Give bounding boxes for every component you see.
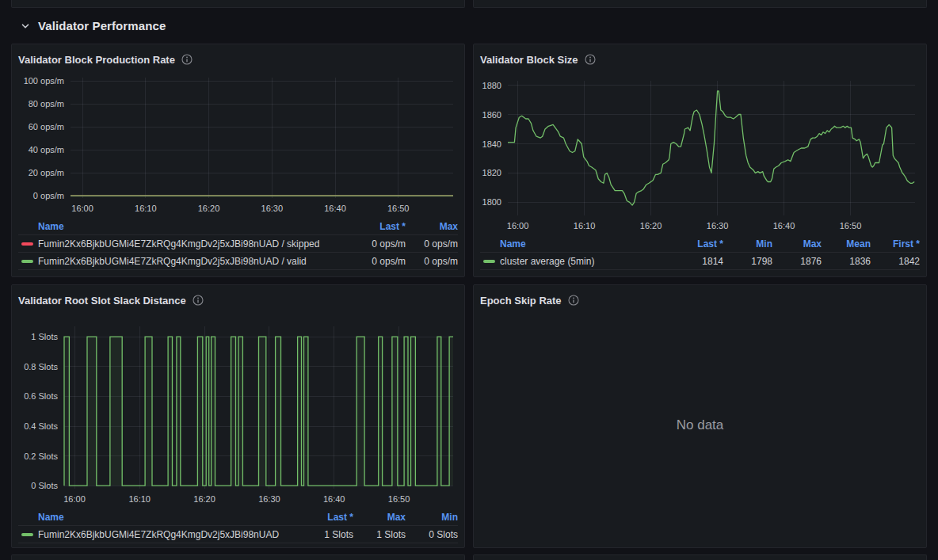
svg-text:1880: 1880: [482, 81, 501, 90]
series-color-marker: [483, 260, 495, 263]
svg-text:16:40: 16:40: [324, 204, 346, 213]
svg-text:20 ops/m: 20 ops/m: [29, 168, 64, 177]
no-data-container: No data: [480, 309, 920, 541]
legend-value: 0 ops/m: [353, 256, 406, 267]
svg-text:16:30: 16:30: [258, 494, 280, 504]
legend-col[interactable]: Max: [353, 512, 406, 523]
legend-col[interactable]: Last *: [353, 221, 406, 232]
series-color-marker: [21, 533, 33, 536]
legend-value: 0 ops/m: [353, 238, 406, 250]
svg-text:16:30: 16:30: [261, 204, 284, 213]
legend-col-name[interactable]: Name: [500, 238, 674, 250]
svg-text:0 ops/m: 0 ops/m: [33, 191, 64, 200]
svg-text:1 Slots: 1 Slots: [31, 332, 58, 341]
svg-text:16:00: 16:00: [507, 221, 529, 230]
svg-text:80 ops/m: 80 ops/m: [29, 99, 64, 109]
legend-value: 1876: [772, 256, 822, 267]
svg-text:40 ops/m: 40 ops/m: [29, 145, 64, 154]
legend-col[interactable]: Max: [772, 238, 822, 250]
legend-value: 0 ops/m: [406, 238, 458, 250]
legend-value: 0 ops/m: [406, 256, 458, 267]
svg-text:16:50: 16:50: [388, 494, 410, 504]
previous-row-panels: [11, 0, 927, 8]
legend-header: NameLast *MaxMin: [18, 509, 458, 526]
svg-text:0.2 Slots: 0.2 Slots: [24, 451, 58, 461]
block-size-chart[interactable]: 1800182018401860188016:0016:1016:2016:30…: [480, 68, 920, 234]
panel-header: Validator Root Slot Slack Distance: [18, 291, 458, 309]
legend-series-name[interactable]: cluster average (5min): [500, 256, 674, 267]
legend-value: 1836: [822, 256, 871, 267]
legend-series-name[interactable]: Fumin2Kx6BjkbUGMi4E7ZkRQg4KmgDv2j5xJBi98…: [38, 256, 353, 267]
svg-text:1860: 1860: [482, 110, 501, 120]
partial-panel-bottom-left: [11, 554, 465, 560]
panel-title[interactable]: Validator Block Production Rate: [18, 54, 175, 66]
slack-distance-chart[interactable]: 0 Slots0.2 Slots0.4 Slots0.6 Slots0.8 Sl…: [18, 309, 458, 508]
panel-header: Validator Block Production Rate: [18, 51, 458, 68]
legend-col-name[interactable]: Name: [38, 512, 301, 523]
panel-header: Validator Block Size: [480, 51, 920, 68]
legend-col-name[interactable]: Name: [38, 221, 353, 232]
legend-row: Fumin2Kx6BjkbUGMi4E7ZkRQg4KmgDv2j5xJBi98…: [18, 235, 458, 253]
legend-header: NameLast *MinMaxMeanFirst *: [480, 236, 920, 253]
block-production-rate-chart[interactable]: 0 ops/m20 ops/m40 ops/m60 ops/m80 ops/m1…: [18, 68, 458, 217]
legend-col[interactable]: Mean: [822, 238, 871, 250]
legend-col[interactable]: Last *: [674, 238, 723, 250]
legend-col[interactable]: Min: [723, 238, 772, 250]
svg-text:16:40: 16:40: [323, 494, 345, 504]
svg-text:16:50: 16:50: [840, 221, 862, 230]
panel-epoch-skip-rate: Epoch Skip Rate No data: [473, 284, 927, 548]
series-color-marker: [21, 260, 33, 263]
svg-text:16:10: 16:10: [574, 221, 596, 230]
svg-text:16:50: 16:50: [387, 204, 410, 213]
block-production-rate-legend: NameLast *MaxFumin2Kx6BjkbUGMi4E7ZkRQg4K…: [18, 219, 458, 270]
legend-value: 1 Slots: [301, 529, 353, 540]
svg-text:100 ops/m: 100 ops/m: [24, 76, 64, 86]
svg-text:16:30: 16:30: [707, 221, 729, 230]
panel-header: Epoch Skip Rate: [480, 291, 920, 309]
legend-value: 1814: [674, 256, 723, 267]
chevron-down-icon: [20, 21, 31, 32]
legend-col[interactable]: Max: [406, 221, 458, 232]
svg-text:0.6 Slots: 0.6 Slots: [24, 391, 58, 401]
legend-value: 1 Slots: [353, 529, 406, 540]
svg-text:0 Slots: 0 Slots: [31, 481, 58, 490]
section-header-validator-performance[interactable]: Validator Performance: [11, 8, 927, 44]
slack-distance-legend: NameLast *MaxMinFumin2Kx6BjkbUGMi4E7ZkRQ…: [18, 509, 458, 543]
next-row-panels: [11, 548, 927, 560]
info-icon[interactable]: [181, 54, 193, 65]
series-color-marker: [21, 242, 33, 246]
legend-header: NameLast *Max: [18, 219, 458, 235]
legend-row: Fumin2Kx6BjkbUGMi4E7ZkRQg4KmgDv2j5xJBi98…: [18, 253, 458, 270]
panel-validator-root-slot-slack-distance: Validator Root Slot Slack Distance 0 Slo…: [11, 284, 465, 548]
legend-col[interactable]: Min: [406, 512, 458, 523]
svg-text:16:00: 16:00: [63, 494, 86, 504]
info-icon[interactable]: [568, 295, 579, 306]
legend-row: Fumin2Kx6BjkbUGMi4E7ZkRQg4KmgDv2j5xJBi98…: [18, 526, 458, 543]
svg-text:1840: 1840: [482, 139, 501, 149]
svg-text:16:10: 16:10: [128, 494, 151, 504]
legend-col[interactable]: First *: [871, 238, 920, 250]
svg-text:60 ops/m: 60 ops/m: [29, 122, 64, 131]
legend-col[interactable]: Last *: [301, 512, 353, 523]
svg-text:0.8 Slots: 0.8 Slots: [24, 362, 58, 371]
svg-text:1800: 1800: [482, 197, 501, 207]
info-icon[interactable]: [585, 54, 596, 65]
partial-panel-top-right: [473, 0, 927, 8]
legend-series-name[interactable]: Fumin2Kx6BjkbUGMi4E7ZkRQg4KmgDv2j5xJBi98…: [38, 238, 353, 250]
legend-value: 1798: [723, 256, 772, 267]
svg-text:0.4 Slots: 0.4 Slots: [24, 421, 58, 431]
section-title: Validator Performance: [38, 19, 166, 32]
svg-text:16:20: 16:20: [193, 494, 215, 504]
panel-title[interactable]: Epoch Skip Rate: [480, 295, 562, 307]
legend-series-name[interactable]: Fumin2Kx6BjkbUGMi4E7ZkRQg4KmgDv2j5xJBi98…: [38, 529, 301, 540]
block-size-legend: NameLast *MinMaxMeanFirst *cluster avera…: [480, 236, 920, 270]
info-icon[interactable]: [193, 295, 204, 306]
legend-row: cluster average (5min)181417981876183618…: [480, 253, 920, 270]
svg-text:1820: 1820: [482, 168, 501, 177]
panel-validator-block-production-rate: Validator Block Production Rate 0 ops/m2…: [11, 44, 465, 277]
panel-title[interactable]: Validator Block Size: [480, 54, 578, 66]
panel-validator-block-size: Validator Block Size 1800182018401860188…: [473, 44, 927, 277]
svg-text:16:10: 16:10: [135, 204, 157, 213]
svg-text:16:40: 16:40: [773, 221, 795, 230]
panel-title[interactable]: Validator Root Slot Slack Distance: [18, 295, 186, 307]
